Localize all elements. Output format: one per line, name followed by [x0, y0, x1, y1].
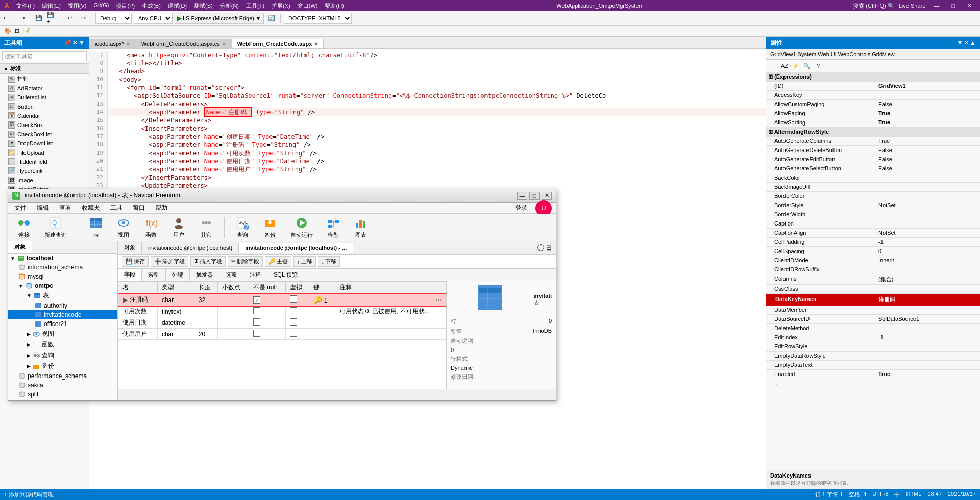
back-btn[interactable]: ⟵	[2, 13, 13, 24]
prop-allowsorting[interactable]: AllowSorting True	[766, 118, 980, 128]
toolbox-item-calendar[interactable]: 📅 Calendar	[0, 111, 89, 120]
prop-borderwidth[interactable]: BorderWidth	[766, 210, 980, 219]
status-source-control[interactable]: ↑ 添加到源代码管理	[4, 491, 54, 498]
prop-editrowstyle[interactable]: EditRowStyle	[766, 342, 980, 352]
tab-icode[interactable]: icode.aspx* ✕	[89, 39, 136, 48]
notnull-checkbox[interactable]: ✓	[253, 296, 260, 304]
menu-edit[interactable]: 编辑(E)	[39, 1, 64, 11]
navicat-menu-view[interactable]: 查看	[57, 203, 74, 213]
tab-webform-cs[interactable]: WebForm_CreateCode.aspx.cs ✕	[136, 39, 232, 48]
doctype-dropdown[interactable]: DOCTYPE: XHTML5	[284, 13, 352, 24]
navicat-query-btn[interactable]: SQL? 查询	[231, 213, 254, 241]
menu-window[interactable]: 窗口(W)	[295, 1, 321, 11]
toolbox-item-checkbox[interactable]: ☑ CheckBox	[0, 120, 89, 130]
prop-alpha-btn[interactable]: AZ	[779, 61, 790, 71]
navicat-other-btn[interactable]: 其它	[194, 213, 218, 241]
prop-cellpadding[interactable]: CellPadding -1	[766, 238, 980, 247]
navicat-del-field-btn[interactable]: ✂ 删除字段	[228, 256, 263, 267]
tree-invitationcode[interactable]: invitationcode	[8, 310, 117, 319]
navicat-minimize-btn[interactable]: —	[517, 192, 527, 200]
tree-split[interactable]: split	[8, 390, 117, 399]
menu-ext[interactable]: 扩展(X)	[268, 1, 293, 11]
navicat-connect-btn[interactable]: 连接	[12, 213, 36, 241]
prop-datamember[interactable]: DataMember	[766, 306, 980, 315]
navicat-menu-edit[interactable]: 编辑	[35, 203, 51, 213]
navicat-primarykey-btn[interactable]: 🔑 主键	[265, 256, 291, 267]
prop-emptydatarowstyle[interactable]: EmptyDataRowStyle	[766, 352, 980, 361]
navicat-user-btn[interactable]: 用户	[167, 213, 190, 241]
source-btn[interactable]: 📝	[23, 28, 30, 34]
tree-queries[interactable]: ▶ SQL 查询	[8, 350, 117, 361]
prop-events-btn[interactable]: ⚡	[791, 61, 801, 71]
forward-btn[interactable]: ⟶	[15, 13, 27, 24]
navicat-menu-favorites[interactable]: 收藏夹	[80, 203, 102, 213]
field-row-zhucema[interactable]: ▶ 注册码 char 32 ✓	[118, 294, 446, 306]
tree-officer21[interactable]: officer21	[8, 319, 117, 329]
navicat-movedown-btn[interactable]: ↓ 下移	[318, 256, 340, 267]
field-row-shiyongrq[interactable]: 使用日期 datetime	[118, 317, 446, 329]
virtual-cb3[interactable]	[290, 318, 297, 326]
notnull-cb3[interactable]	[253, 318, 260, 326]
navicat-table-btn[interactable]: 表	[84, 213, 108, 241]
prop-allowcustompaging[interactable]: AllowCustomPaging False	[766, 100, 980, 109]
menu-build[interactable]: 生成(B)	[139, 1, 164, 11]
run-btn[interactable]: ▶ IIS Express (Microsoft Edge) ▼	[175, 13, 264, 24]
refresh-btn[interactable]: 🔄	[266, 13, 277, 24]
prop-borderstyle[interactable]: BorderStyle NotSet	[766, 201, 980, 210]
prop-columns[interactable]: Columns (集合)	[766, 274, 980, 285]
navicat-chart-btn[interactable]: 图表	[349, 213, 373, 241]
navicat-newquery-btn[interactable]: Q 新建查询	[40, 213, 71, 241]
navicat-menu-window[interactable]: 窗口	[131, 203, 147, 213]
toolbox-item-adrotator[interactable]: A AdRotator	[0, 84, 89, 93]
prop-emptydatatext[interactable]: EmptyDataText	[766, 361, 980, 370]
cpu-dropdown[interactable]: Any CPU	[134, 13, 173, 24]
undo-btn[interactable]: ↩	[64, 13, 76, 24]
prop-backimageurl[interactable]: BackImageUrl	[766, 183, 980, 192]
prop-deletemethod[interactable]: DeleteMethod	[766, 324, 980, 333]
prop-cssclass[interactable]: CssClass	[766, 285, 980, 294]
navicat-sql-preview-tab[interactable]: SQL 预览	[267, 269, 304, 281]
prop-allowpaging[interactable]: AllowPaging True	[766, 109, 980, 118]
close-btn[interactable]: ✕	[963, 3, 976, 9]
navicat-obj-tab[interactable]: 对象	[8, 241, 32, 253]
navicat-menu-help[interactable]: 帮助	[153, 203, 169, 213]
menu-git[interactable]: Git(G)	[91, 1, 112, 11]
navicat-menu-tools[interactable]: 工具	[108, 203, 125, 213]
design-btn[interactable]: 🎨	[4, 28, 11, 34]
tree-omtpc[interactable]: ▼ omtpc	[8, 281, 117, 290]
navicat-add-field-btn[interactable]: ➕ 添加字段	[151, 256, 188, 267]
prop-autogencolumns[interactable]: AutoGenerateColumns True	[766, 137, 980, 146]
navicat-moveup-btn[interactable]: ↑ 上移	[293, 256, 316, 267]
tree-omtpc-tables[interactable]: ▼ 表	[8, 290, 117, 301]
toolbox-item-pointer[interactable]: ↖ 指针	[0, 74, 89, 84]
toolbox-search-input[interactable]	[2, 51, 87, 61]
navicat-indexes-tab[interactable]: 索引	[142, 269, 166, 281]
prop-search-btn[interactable]: 🔍	[802, 61, 812, 71]
toolbox-item-fileupload[interactable]: 📁 FileUpload	[0, 148, 89, 157]
tree-studentsinfo[interactable]: studentsinfo	[8, 399, 117, 400]
prop-backcolor[interactable]: BackColor	[766, 173, 980, 183]
maximize-btn[interactable]: □	[947, 3, 959, 9]
navicat-tab-connection[interactable]: invitationcode @omtpc (localhost)	[142, 243, 239, 253]
toolbox-item-hyperlink[interactable]: 🔗 HyperLink	[0, 166, 89, 176]
navicat-fields-tab[interactable]: 字段	[118, 269, 142, 281]
auto-inc-link[interactable]: 自动递增格式...	[451, 385, 552, 389]
search-box[interactable]: 搜索 (Ctrl+Q) 🔍	[853, 2, 895, 10]
prop-cat-btn[interactable]: ≡	[768, 61, 778, 71]
prop-autogendelbtn[interactable]: AutoGenerateDeleteButton False	[766, 146, 980, 155]
prop-bordercolor[interactable]: BorderColor	[766, 192, 980, 201]
toolbox-section-header[interactable]: ▲ 标准	[0, 64, 89, 74]
prop-autogeneditbtn[interactable]: AutoGenerateEditButton False	[766, 155, 980, 164]
navicat-tab-object[interactable]: 对象	[118, 242, 142, 254]
menu-view[interactable]: 视图(V)	[65, 1, 90, 11]
navicat-maximize-btn[interactable]: □	[529, 192, 540, 200]
field-row-shiyongyh[interactable]: 使用用户 char 20	[118, 329, 446, 340]
field-row-keyongshu[interactable]: 可用次数 tinytext	[118, 306, 446, 317]
virtual-checkbox[interactable]	[290, 295, 297, 303]
prop-datasourceid[interactable]: DataSourceID SqlDataSource1	[766, 315, 980, 324]
menu-tools[interactable]: 工具(T)	[243, 1, 267, 11]
toolbox-item-image[interactable]: 🖼 Image	[0, 176, 89, 185]
navicat-insert-field-btn[interactable]: ↧ 插入字段	[190, 256, 226, 267]
tab-cs-close[interactable]: ✕	[222, 41, 226, 47]
notnull-cb2[interactable]	[253, 307, 260, 314]
